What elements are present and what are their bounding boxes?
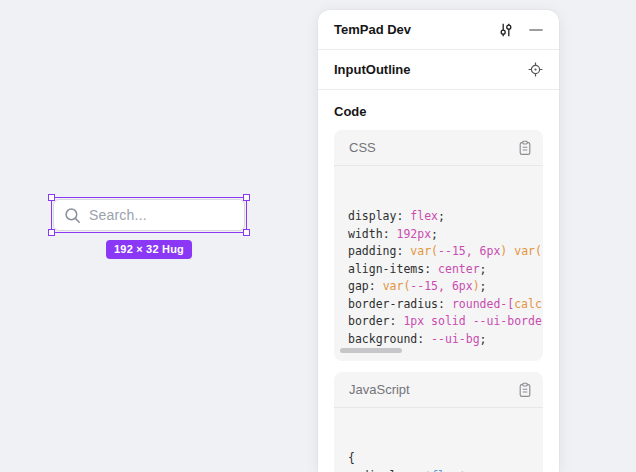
code-line: gap: var(--15, 6px); <box>348 278 543 296</box>
code-line: { <box>348 450 543 468</box>
css-block-label: CSS <box>349 140 376 155</box>
component-name: InputOutline <box>334 62 411 77</box>
dimensions-badge: 192 × 32 Hug <box>106 240 192 259</box>
css-code: display: flex;width: 192px;padding: var(… <box>334 166 543 361</box>
copy-icon[interactable] <box>518 382 532 398</box>
code-line: width: 192px; <box>348 226 543 244</box>
sliders-icon[interactable] <box>498 22 514 38</box>
search-input-component[interactable]: Search... <box>53 199 245 231</box>
code-line: background: --ui-bg; <box>348 331 543 349</box>
horizontal-scrollbar[interactable] <box>340 348 402 353</box>
figma-canvas: Search... 192 × 32 Hug TemPad Dev <box>0 0 636 472</box>
code-line: display: 'flex', <box>348 468 543 472</box>
selection-handle[interactable] <box>48 229 55 236</box>
component-row: InputOutline <box>318 50 559 90</box>
code-line: border: 1px solid --ui-border-color; <box>348 313 543 331</box>
panel-header: TemPad Dev <box>318 10 559 50</box>
search-placeholder: Search... <box>89 208 147 222</box>
javascript-block-header: JavaScript <box>334 372 543 408</box>
selection-handle[interactable] <box>243 229 250 236</box>
selection-handle[interactable] <box>243 194 250 201</box>
search-icon <box>64 207 81 224</box>
javascript-code-block: JavaScript { display: 'flex', width: '19… <box>334 372 543 472</box>
panel-title: TemPad Dev <box>334 22 411 37</box>
tempad-dev-panel: TemPad Dev InputOutline <box>318 10 559 472</box>
code-section-heading: Code <box>334 104 543 119</box>
css-code-block: CSS display: flex;width: 192px;padding: … <box>334 130 543 361</box>
code-line: display: flex; <box>348 208 543 226</box>
copy-icon[interactable] <box>518 140 532 156</box>
javascript-code: { display: 'flex', width: '192px', paddi… <box>334 408 543 472</box>
locate-icon[interactable] <box>528 62 543 77</box>
javascript-block-label: JavaScript <box>349 382 410 397</box>
css-block-header: CSS <box>334 130 543 166</box>
minimize-icon[interactable] <box>529 23 543 37</box>
code-line: border-radius: rounded-[calc(var(--15))]… <box>348 296 543 314</box>
code-line: align-items: center; <box>348 261 543 279</box>
code-line: padding: var(--15, 6px) var(--15, 6px); <box>348 243 543 261</box>
